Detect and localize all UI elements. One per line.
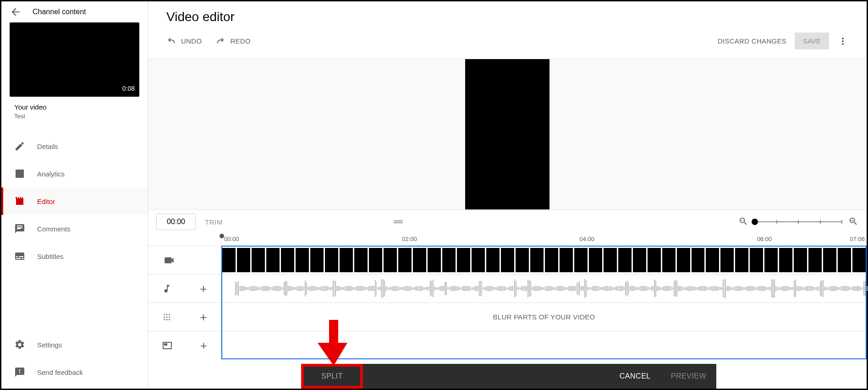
svg-point-3 [166,314,168,315]
nav-settings-label: Settings [37,341,62,349]
blur-placeholder-text: BLUR PARTS OF YOUR VIDEO [493,313,595,321]
nav-editor[interactable]: Editor [1,187,148,215]
channel-content-label[interactable]: Channel content [33,8,86,16]
timeline: 00:00 02:00 04:00 06:00 07:06 [148,234,867,389]
ruler-tick: 07:06 [850,236,865,242]
app-frame: Channel content 0:08 Your video Test Det… [0,0,868,390]
back-arrow-icon[interactable] [10,6,22,18]
zoom-out-icon[interactable] [738,216,748,228]
nav-settings[interactable]: Settings [1,331,148,358]
ruler-row: 00:00 02:00 04:00 06:00 07:06 [148,234,867,246]
video-title: Test [14,113,135,120]
zoom-in-icon[interactable] [848,216,858,228]
analytics-icon [14,168,25,179]
playhead[interactable] [220,234,224,238]
video-icon [163,254,175,266]
video-preview-area [148,59,867,210]
sidebar-header: Channel content [1,1,148,22]
comments-icon [14,223,25,234]
video-track-body[interactable] [221,246,867,274]
discard-button[interactable]: DISCARD CHANGES [718,37,786,45]
blur-track-body[interactable]: BLUR PARTS OF YOUR VIDEO [221,303,867,331]
split-button[interactable]: SPLIT [301,364,363,389]
nav-details-label: Details [37,143,58,150]
cancel-button[interactable]: CANCEL [610,372,661,380]
toolbar: UNDO REDO DISCARD CHANGES SAVE [148,24,867,59]
svg-rect-0 [394,220,403,221]
blur-track-head: + [148,303,221,331]
redo-icon [215,36,225,46]
pencil-icon [14,141,25,152]
svg-point-8 [164,319,165,320]
preview-button[interactable]: PREVIEW [661,372,716,380]
save-button[interactable]: SAVE [795,33,829,49]
more-menu-icon[interactable] [837,36,848,47]
svg-point-9 [166,319,168,320]
nav-subtitles-label: Subtitles [37,253,64,260]
trim-action-bar: SPLIT CANCEL PREVIEW [304,364,716,389]
video-thumbnail[interactable]: 0:08 [10,22,139,97]
audio-track: + [148,274,867,302]
zoom-controls [738,216,858,228]
video-track-head [148,246,221,274]
svg-point-4 [169,314,170,315]
blur-track: + BLUR PARTS OF YOUR VIDEO [148,302,867,331]
subtitles-icon [14,251,25,262]
nav-analytics[interactable]: Analytics [1,160,148,187]
your-video-label: Your video [14,103,135,111]
add-endscreen-button[interactable]: + [200,340,207,352]
svg-point-10 [169,319,170,320]
sidebar: Channel content 0:08 Your video Test Det… [1,1,148,389]
zoom-slider-handle[interactable] [752,219,758,225]
nav-feedback[interactable]: Send feedback [1,358,148,386]
ruler-tick: 02:00 [402,236,417,242]
nav-editor-label: Editor [37,198,55,205]
gear-icon [14,339,25,350]
sidebar-nav: Details Analytics Editor Comments Subtit… [1,132,148,330]
title-row: Video editor [148,1,867,24]
svg-point-5 [164,316,165,318]
sidebar-footer: Settings Send feedback [1,330,148,389]
page-title: Video editor [166,10,848,24]
toolbar-right: DISCARD CHANGES SAVE [718,33,848,49]
video-meta: Your video Test [1,97,148,124]
feedback-icon [14,367,25,378]
svg-rect-1 [394,222,403,223]
redo-button[interactable]: REDO [215,36,251,46]
add-blur-button[interactable]: + [200,311,207,323]
blur-icon [162,312,172,322]
add-audio-button[interactable]: + [200,283,207,295]
music-note-icon [162,284,172,294]
svg-point-7 [169,316,170,318]
ruler-tick: 00:00 [224,236,239,242]
nav-details[interactable]: Details [1,132,148,160]
undo-button[interactable]: UNDO [166,36,202,46]
time-ruler[interactable]: 00:00 02:00 04:00 06:00 07:06 [221,234,867,246]
endscreen-track: + [148,331,867,359]
thumb-duration: 0:08 [122,85,135,92]
audio-track-body[interactable] [221,275,868,302]
video-track [148,246,867,274]
tracks: + + BLUR PARTS OF YOUR VIDEO [148,246,867,359]
ruler-tick: 06:00 [757,236,772,242]
svg-point-2 [164,314,165,315]
zoom-slider[interactable] [755,217,842,226]
nav-analytics-label: Analytics [37,170,65,178]
svg-point-6 [166,316,168,318]
undo-label: UNDO [181,37,202,45]
timeline-controls: TRIM [148,210,867,234]
audio-track-head: + [148,275,221,302]
endscreen-track-body[interactable] [221,331,867,359]
time-input[interactable] [156,214,196,230]
drag-handle-icon[interactable] [394,218,403,225]
nav-comments[interactable]: Comments [1,215,148,242]
trim-button[interactable]: TRIM [205,218,223,226]
endscreen-track-head: + [148,331,221,359]
main-area: Video editor UNDO REDO DISCARD CHANGES S… [148,1,867,389]
video-preview[interactable] [465,59,549,209]
ruler-tick: 04:00 [579,236,594,242]
endscreen-icon [162,340,173,351]
nav-subtitles[interactable]: Subtitles [1,242,148,270]
undo-icon [166,36,176,46]
redo-label: REDO [230,37,251,45]
